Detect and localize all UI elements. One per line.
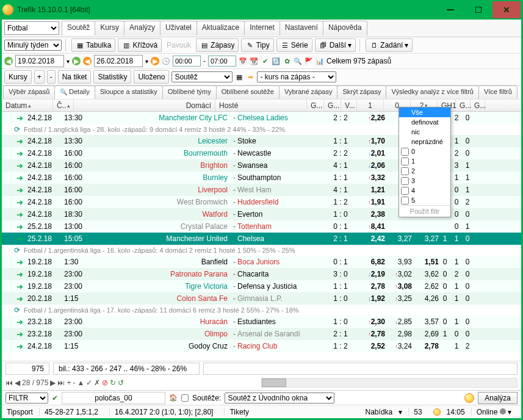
go-icon[interactable]: ➜ <box>13 161 26 170</box>
flag-icon[interactable]: 🚩 <box>305 57 313 65</box>
plus-button[interactable]: + <box>34 70 45 84</box>
record-nav[interactable]: ⏮◀ 28 / 975 ▶⏭ +-▲✓✗ ⊘ ↻ ↺ <box>5 378 124 387</box>
go-icon[interactable]: ➜ <box>13 137 26 146</box>
filter-opt-check[interactable]: 5 <box>399 195 450 205</box>
minimize-button[interactable] <box>436 1 464 18</box>
main-tab-uživatel[interactable]: Uživatel <box>160 21 197 35</box>
souteze-select[interactable]: Soutěž z Úvodního okna <box>225 393 334 404</box>
check-icon[interactable]: ✔ <box>261 57 269 65</box>
go-icon[interactable]: ➜ <box>13 198 26 207</box>
table-row[interactable]: ➜25.2.1813:00Crystal Palace-Tottenham0 :… <box>2 220 521 233</box>
table-row[interactable]: ➜24.2.181:15Godoy Cruz-Racing Club1 : 22… <box>2 340 521 352</box>
calendar-icon[interactable]: 📅 <box>239 57 247 65</box>
filter-opt-check[interactable]: 1 <box>399 156 450 166</box>
table-row[interactable]: ➜23.2.1823:00Olimpo-Arsenal de Sarandí2 … <box>2 328 521 340</box>
gear-icon[interactable]: ✿ <box>283 57 291 65</box>
group-header[interactable]: ⟳Fotbal / 1.argentinská liga - 16. kolo … <box>2 245 521 256</box>
go-icon[interactable]: ➜ <box>13 234 26 244</box>
apply-filter-button[interactable]: Použít filtr <box>399 205 450 217</box>
cal2-icon[interactable]: 📆 <box>250 57 258 65</box>
main-tab-aktualizace[interactable]: Aktualizace <box>197 21 245 35</box>
filter-tab-0[interactable]: Výběr zápasů <box>3 85 55 99</box>
krizova-button[interactable]: ▥Křížová <box>118 38 162 52</box>
go-icon[interactable]: ➜ <box>13 114 26 123</box>
hscroll[interactable] <box>261 378 518 388</box>
filter-opt[interactable]: neprázdné <box>399 137 450 147</box>
time-from-input[interactable] <box>173 56 201 67</box>
minus-button[interactable]: - <box>47 70 56 84</box>
filter-tab-1[interactable]: 🔍 Detaily <box>54 85 95 99</box>
go-icon[interactable]: ➜ <box>13 294 26 303</box>
time-to-input[interactable] <box>208 56 236 67</box>
date-from-input[interactable] <box>15 55 64 67</box>
go-icon[interactable]: ➜ <box>13 173 26 183</box>
go-icon[interactable]: ➜ <box>13 270 26 279</box>
go-icon[interactable]: ➜ <box>13 258 26 267</box>
souteze-check[interactable] <box>181 394 189 402</box>
main-tab-internet[interactable]: Internet <box>244 21 280 35</box>
filter-opt-check[interactable]: 0 <box>399 147 450 156</box>
date-to-input[interactable] <box>94 55 143 67</box>
tipy-button[interactable]: ✎Tipy <box>241 38 273 52</box>
filtr-select[interactable]: FILTR <box>5 393 48 404</box>
filter-tab-8[interactable]: Více filtrů <box>478 85 518 99</box>
serie-button[interactable]: ☰Série <box>276 38 312 52</box>
table-row[interactable]: ➜19.2.1823:00Tigre Victoria-Defensa y Ju… <box>2 280 521 292</box>
prev-to-icon[interactable]: ◀ <box>83 57 92 65</box>
tabulka-button[interactable]: ▦Tabulka <box>71 38 115 52</box>
go-icon[interactable]: ➜ <box>13 330 26 339</box>
table-row[interactable]: ➜19.2.181:30Banfield-Boca Juniors0 : 16,… <box>2 256 521 268</box>
statistiky-button[interactable]: Statistiky <box>93 70 131 84</box>
kurs-select[interactable]: - kurs na zápas - <box>257 71 336 82</box>
filter-tab-6[interactable]: Skrýt zápasy <box>337 85 386 99</box>
kursy-button[interactable]: Kursy <box>4 70 32 84</box>
go-icon[interactable]: ➜ <box>13 186 26 195</box>
filter-opt[interactable]: nic <box>399 127 450 137</box>
filter-tab-2[interactable]: Sloupce a statistiky <box>95 85 163 99</box>
table-row[interactable]: ➜19.2.1823:00Patronato Parana-Chacarita3… <box>2 268 521 280</box>
sport-select[interactable]: Fotbal <box>4 21 59 35</box>
period-select[interactable]: Minulý týden <box>4 40 62 51</box>
close-button[interactable]: ✕ <box>492 1 521 18</box>
filter-opt-check[interactable]: 4 <box>399 186 450 195</box>
go-icon[interactable]: ➜ <box>13 222 26 231</box>
go-icon[interactable]: ➜ <box>13 149 26 158</box>
table-row[interactable]: ➜23.2.1823:00Huracán-Estudiantes1 : 02,3… <box>2 316 521 328</box>
go-icon[interactable]: ➜ <box>13 210 26 219</box>
filter-opt-check[interactable]: 2 <box>399 166 450 176</box>
next-to-icon[interactable]: ▶ <box>151 57 159 65</box>
natiket-button[interactable]: Na tiket <box>58 70 92 84</box>
go-icon[interactable]: ➜ <box>13 342 26 351</box>
zapasy-button[interactable]: ▤Zápasy <box>196 38 239 52</box>
refresh-icon[interactable]: 🔃 <box>272 57 280 65</box>
filter-tab-3[interactable]: Oblíbené týmy <box>162 85 217 99</box>
table-row[interactable]: ➜20.2.181:15Colon Santa Fe-Gimnasia L.P.… <box>2 292 521 305</box>
chart-icon[interactable]: 📊 <box>316 57 324 65</box>
clock-icon[interactable]: 🕓 <box>162 57 170 65</box>
analyza-button[interactable]: Analýza <box>478 392 518 404</box>
go-icon[interactable]: ➜ <box>13 317 26 327</box>
maximize-button[interactable] <box>464 1 492 18</box>
apply-filter-icon[interactable]: ✔ <box>52 394 58 402</box>
home-icon[interactable]: 🏠 <box>169 394 178 402</box>
filter-opt-check[interactable]: 3 <box>399 176 450 186</box>
main-tab-kursy[interactable]: Kursy <box>95 21 124 35</box>
next-from-icon[interactable]: ▶ <box>72 57 81 65</box>
ulozeno-button[interactable]: Uloženo <box>134 70 169 84</box>
filter-opt[interactable]: definovat <box>399 117 450 127</box>
polocas-box[interactable]: poločas_00 <box>62 392 165 404</box>
soutez-select[interactable]: Soutěž <box>171 71 233 82</box>
prev-from-icon[interactable]: ◀ <box>4 57 13 65</box>
filter-tab-4[interactable]: Oblíbené soutěže <box>216 85 280 99</box>
group-header[interactable]: ⟳Fotbal / 1.argentinská liga - 17. kolo … <box>2 305 521 316</box>
main-tab-soutěž[interactable]: Soutěž <box>62 21 95 35</box>
filter-opt[interactable]: Vše <box>399 107 450 117</box>
main-tab-analýzy[interactable]: Analýzy <box>124 21 161 35</box>
export-icon[interactable]: ➡ <box>246 73 254 81</box>
main-tab-nápověda[interactable]: Nápověda <box>323 21 367 35</box>
go-icon[interactable]: ➜ <box>13 282 26 291</box>
main-tab-nastavení[interactable]: Nastavení <box>280 21 323 35</box>
filter-tab-7[interactable]: Výsledky analýz z více filtrů <box>386 85 479 99</box>
dalsi-button[interactable]: 🗐Další ▾ <box>315 38 356 52</box>
zadani-button[interactable]: 🗒Zadání ▾ <box>366 38 413 52</box>
